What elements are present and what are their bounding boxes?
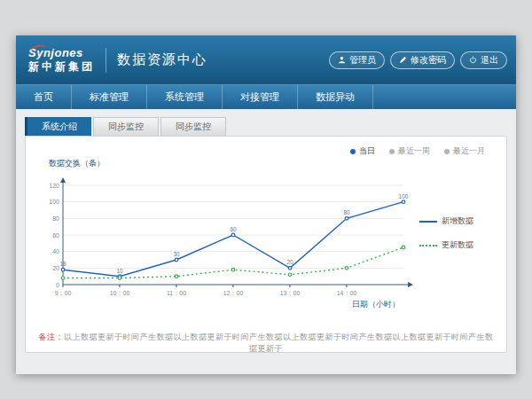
y-axis-title: 数据交换（条） — [49, 158, 496, 169]
user-icon — [338, 56, 346, 64]
period-dot — [444, 149, 450, 154]
page-title: 数据资源中心 — [117, 51, 207, 68]
header-divider — [106, 48, 106, 73]
footnote: 备注：以上数据更新于时间产生数据以上数据更新于时间产生数据以上数据更新于时间产生… — [36, 332, 496, 355]
logout-button[interactable]: 退出 — [460, 51, 507, 69]
dotted-line-icon — [419, 245, 437, 246]
svg-text:30: 30 — [173, 251, 180, 257]
period-legend: 当日 最近一周 最近一月 — [350, 145, 485, 157]
nav-item-data-changes[interactable]: 数据异动 — [298, 85, 373, 109]
svg-text:12：00: 12：00 — [223, 290, 244, 296]
power-icon — [469, 56, 477, 64]
svg-text:80: 80 — [343, 209, 350, 215]
app-header: Synjones 新中新集团 数据资源中心 管理员 修改密码 — [16, 35, 516, 84]
main-nav: 首页 标准管理 系统管理 对接管理 数据异动 — [16, 84, 516, 109]
nav-item-standard-mgmt[interactable]: 标准管理 — [72, 85, 147, 109]
svg-text:120: 120 — [49, 183, 59, 189]
svg-text:60: 60 — [52, 232, 59, 239]
tabstrip: 系统介绍 同步监控 同步监控 — [25, 117, 507, 136]
nav-item-integration-mgmt[interactable]: 对接管理 — [223, 85, 298, 109]
solid-line-icon — [419, 221, 437, 223]
period-option-today[interactable]: 当日 — [350, 145, 375, 157]
period-dot — [389, 149, 395, 154]
svg-text:9：00: 9：00 — [55, 290, 72, 296]
svg-text:20: 20 — [286, 259, 293, 265]
svg-text:14：00: 14：00 — [337, 290, 357, 296]
svg-text:80: 80 — [52, 215, 59, 222]
logo-text-cn: 新中新集团 — [28, 61, 95, 73]
content-area: 系统介绍 同步监控 同步监控 当日 最近一周 最近一月 数据交换（条） — [16, 109, 516, 353]
footnote-text: 以上数据更新于时间产生数据以上数据更新于时间产生数据以上数据更新于时间产生数据以… — [64, 332, 494, 353]
svg-text:11：00: 11：00 — [167, 290, 186, 296]
svg-text:13：00: 13：00 — [280, 290, 301, 296]
legend-item-new-data[interactable]: 新增数据 — [419, 215, 473, 227]
period-option-last-week[interactable]: 最近一周 — [389, 145, 430, 157]
svg-text:10：00: 10：00 — [110, 290, 130, 296]
tab-system-intro[interactable]: 系统介绍 — [25, 117, 91, 136]
chart-row: 0204060801001209：0010：0011：0012：0013：001… — [36, 171, 496, 304]
legend-item-updated-data[interactable]: 更新数据 — [419, 239, 473, 251]
period-option-last-month[interactable]: 最近一月 — [444, 145, 485, 157]
nav-item-home[interactable]: 首页 — [16, 85, 72, 109]
header-actions: 管理员 修改密码 退出 — [329, 51, 507, 69]
svg-text:18: 18 — [59, 261, 66, 267]
svg-text:60: 60 — [230, 226, 237, 232]
tab-sync-monitor-2[interactable]: 同步监控 — [160, 117, 226, 136]
svg-text:40: 40 — [52, 248, 59, 254]
series-legend: 新增数据 更新数据 — [419, 215, 473, 251]
pencil-icon — [399, 56, 407, 64]
footnote-prefix: 备注： — [39, 332, 65, 341]
company-logo: Synjones 新中新集团 — [25, 47, 95, 72]
svg-text:10: 10 — [116, 268, 123, 274]
nav-item-system-mgmt[interactable]: 系统管理 — [147, 85, 223, 109]
svg-text:20: 20 — [52, 265, 59, 271]
change-password-button[interactable]: 修改密码 — [390, 51, 455, 69]
svg-text:100: 100 — [49, 199, 59, 205]
chart-panel: 当日 最近一周 最近一月 数据交换（条） 0204060801001209：00… — [25, 136, 507, 353]
tab-sync-monitor-1[interactable]: 同步监控 — [93, 117, 159, 136]
svg-text:100: 100 — [399, 193, 409, 200]
svg-text:0: 0 — [56, 282, 59, 288]
line-chart: 0204060801001209：0010：0011：0012：0013：001… — [36, 171, 418, 304]
app-window: Synjones 新中新集团 数据资源中心 管理员 修改密码 — [16, 35, 516, 374]
period-dot — [350, 149, 356, 154]
admin-user-button[interactable]: 管理员 — [329, 51, 385, 69]
